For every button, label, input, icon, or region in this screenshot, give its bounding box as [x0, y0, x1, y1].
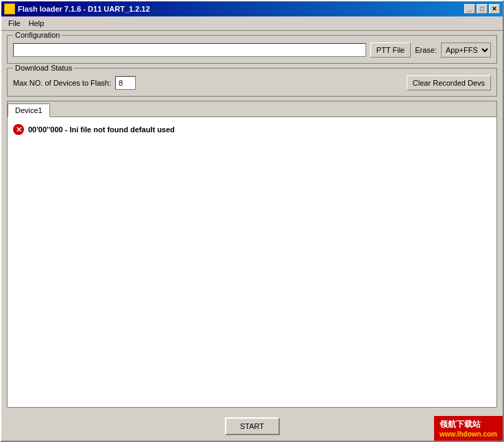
- error-row: ✕ 00'00''000 - Ini file not found defaul…: [13, 123, 491, 136]
- menu-file[interactable]: File: [4, 18, 25, 29]
- menu-help[interactable]: Help: [25, 18, 49, 29]
- download-status-label: Download Status: [13, 64, 74, 72]
- max-devices-input[interactable]: [115, 76, 136, 90]
- ptt-file-button[interactable]: PTT File: [370, 42, 411, 58]
- clear-recorded-button[interactable]: Clear Recorded Devs: [407, 75, 491, 90]
- configuration-input[interactable]: [13, 43, 366, 57]
- tab-strip: Device1: [8, 101, 496, 117]
- menu-bar: File Help: [1, 16, 503, 31]
- title-bar-left: ⚡ Flash loader 7.1.6 - D11 UART_1.2.12: [4, 3, 150, 14]
- watermark-line1: 领航下载站: [440, 419, 497, 430]
- status-left: Max NO. of Devices to Flash:: [13, 76, 136, 90]
- error-icon: ✕: [13, 124, 24, 135]
- watermark-line2: www.lhdown.com: [440, 430, 497, 438]
- app-icon: ⚡: [4, 3, 15, 14]
- download-status-group: Download Status Max NO. of Devices to Fl…: [7, 68, 497, 97]
- watermark: 领航下载站 www.lhdown.com: [434, 416, 503, 441]
- config-row: PTT File Erase: App+FFS All None: [13, 42, 491, 58]
- max-devices-label: Max NO. of Devices to Flash:: [13, 79, 111, 87]
- main-content: Configuration PTT File Erase: App+FFS Al…: [1, 31, 503, 412]
- configuration-label: Configuration: [13, 31, 62, 39]
- title-buttons: _ □ ✕: [464, 4, 500, 14]
- tab-content-device1: ✕ 00'00''000 - Ini file not found defaul…: [8, 117, 496, 407]
- bottom-area: START: [1, 412, 503, 441]
- download-status-row: Max NO. of Devices to Flash: Clear Recor…: [13, 75, 491, 90]
- erase-select[interactable]: App+FFS All None: [441, 42, 491, 58]
- tab-area: Device1 ✕ 00'00''000 - Ini file not foun…: [7, 101, 497, 408]
- maximize-button[interactable]: □: [477, 4, 488, 14]
- error-message: 00'00''000 - Ini file not found default …: [28, 125, 175, 134]
- configuration-group: Configuration PTT File Erase: App+FFS Al…: [7, 35, 497, 64]
- start-button[interactable]: START: [225, 417, 280, 435]
- close-button[interactable]: ✕: [489, 4, 500, 14]
- minimize-button[interactable]: _: [464, 4, 475, 14]
- tab-device1[interactable]: Device1: [8, 103, 50, 117]
- main-window: ⚡ Flash loader 7.1.6 - D11 UART_1.2.12 _…: [0, 0, 504, 442]
- title-bar: ⚡ Flash loader 7.1.6 - D11 UART_1.2.12 _…: [1, 1, 503, 16]
- erase-label: Erase:: [415, 46, 437, 54]
- window-title: Flash loader 7.1.6 - D11 UART_1.2.12: [18, 5, 150, 13]
